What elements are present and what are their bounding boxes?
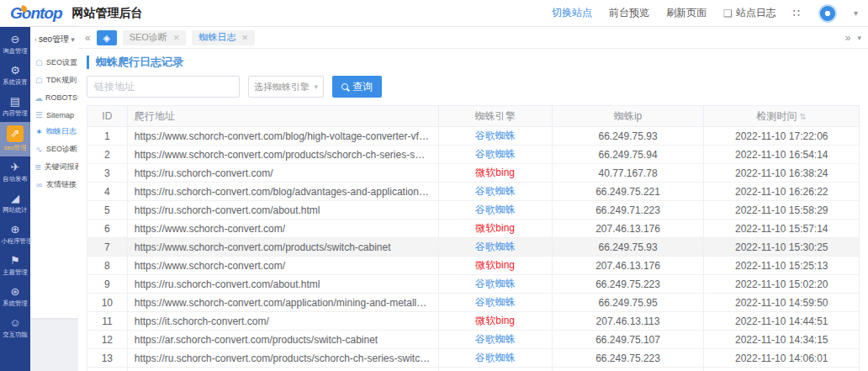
- cell-ip: 66.249.75.223: [552, 349, 704, 368]
- spider-engine-select-value: 选择蜘蛛引擎: [254, 81, 310, 93]
- cell-url: https://www.schorch-convert.com/: [127, 220, 438, 238]
- table-row: 6https://www.schorch-convert.com/微软bing2…: [87, 220, 860, 238]
- cell-time: 2022-11-10 15:02:20: [704, 275, 860, 294]
- cell-url: https://www.schorch-convert.com/products…: [127, 146, 438, 164]
- cell-id: 10: [87, 294, 128, 312]
- submenu-header[interactable]: ‹ seo管理 ▾: [34, 34, 78, 45]
- tabs-scroll-right-icon[interactable]: »: [845, 32, 851, 44]
- table-row: 9https://ru.schorch-convert.com/about.ht…: [87, 275, 860, 294]
- cell-ip: 66.249.75.223: [552, 275, 704, 294]
- sidebar-item-自动发布[interactable]: ✈自动发布: [0, 156, 30, 188]
- submenu-item-友情链接[interactable]: ∞友情链接: [34, 176, 78, 193]
- home-tab[interactable]: ◈: [97, 30, 117, 45]
- cell-url: https://ru.schorch-convert.com/products/…: [127, 349, 438, 368]
- spider-log-page: 蜘蛛爬行日志记录 选择蜘蛛引擎 ▾ 查询: [78, 49, 868, 371]
- sidebar-item-seo管理[interactable]: ⇗seo管理: [0, 122, 30, 156]
- robots-icon: ☁: [34, 93, 43, 103]
- submenu-items: ☖SEO设置☖TDK规则☁ROBOTS设置☰Sitemap✶蜘蛛日志∿SEO诊断…: [34, 54, 78, 193]
- link-icon: ∞: [34, 180, 44, 189]
- submenu-item-SEO诊断[interactable]: ∿SEO诊断: [34, 140, 78, 158]
- content-doc-icon: ▤: [0, 94, 30, 109]
- table-row: 13https://ru.schorch-convert.com/product…: [87, 349, 860, 368]
- front-preview-label: 前台预览: [609, 6, 649, 20]
- cell-time: 2022-11-10 16:26:22: [704, 183, 860, 201]
- table-row: 8https://www.schorch-convert.com/微软bing2…: [87, 257, 860, 275]
- close-icon[interactable]: ✕: [241, 34, 248, 42]
- column-header-url: 爬行地址: [127, 106, 438, 127]
- spider-log-table: ID爬行地址蜘蛛引擎蜘蛛ip检测时间⇅ 1https://www.schorch…: [87, 105, 860, 371]
- front-preview-button[interactable]: 前台预览: [609, 6, 649, 20]
- url-search-input[interactable]: [87, 76, 240, 98]
- collapse-chevron-icon[interactable]: ‹: [34, 35, 37, 44]
- sidebar-item-label: seo管理: [1, 143, 29, 151]
- user-menu-caret-icon[interactable]: ▾: [854, 8, 858, 18]
- spider-engine-select[interactable]: 选择蜘蛛引擎 ▾: [248, 76, 324, 98]
- refresh-page-button[interactable]: 刷新页面: [666, 6, 707, 20]
- cell-url: https://ru.schorch-convert.com/: [127, 164, 438, 183]
- cell-url: https://www.schorch-convert.com/products…: [127, 238, 438, 257]
- spider-icon: ✶: [34, 127, 44, 136]
- tabs-scroll-left-icon[interactable]: «: [85, 32, 91, 44]
- sidebar-item-label: 自动发布: [1, 174, 29, 183]
- avatar[interactable]: [818, 4, 837, 23]
- column-header-label: 蜘蛛ip: [614, 110, 642, 122]
- cell-url: https://www.schorch-convert.com/applicat…: [127, 294, 438, 312]
- topbar-actions: 切换站点前台预览刷新页面❏站点日志∷▾: [552, 4, 858, 23]
- submenu-item-ROBOTS设置[interactable]: ☁ROBOTS设置: [34, 89, 78, 107]
- diagnosis-icon: ∿: [34, 145, 44, 154]
- cell-url: https://www.schorch-convert.com/blog/hig…: [127, 127, 438, 146]
- document-icon: ❏: [723, 8, 733, 19]
- search-button-label: 查询: [352, 80, 373, 94]
- tab-蜘蛛日志[interactable]: 蜘蛛日志✕: [192, 30, 255, 45]
- cell-url: https://ar.schorch-convert.com/products/…: [127, 331, 438, 349]
- sidebar-item-label: 交互功能: [1, 330, 29, 338]
- sidebar-item-系统管理[interactable]: ⊛系统管理: [0, 281, 30, 312]
- page-title: 蜘蛛爬行日志记录: [87, 56, 860, 69]
- site-log-button[interactable]: ❏站点日志: [723, 6, 776, 20]
- fullscreen-icon[interactable]: ∷: [793, 7, 802, 19]
- gontop-logo: Gontop: [10, 4, 66, 23]
- column-header-time[interactable]: 检测时间⇅: [704, 106, 860, 127]
- sidebar-item-网站统计[interactable]: ◢网站统计: [0, 188, 30, 219]
- cell-time: 2022-11-10 14:06:01: [704, 349, 860, 368]
- submenu-item-TDK规则[interactable]: ☖TDK规则: [34, 72, 78, 89]
- switch-site-button[interactable]: 切换站点: [552, 6, 592, 20]
- cell-ip: 66.249.75.93: [552, 238, 704, 257]
- cell-id: 4: [87, 183, 128, 201]
- cell-engine: 微软bing: [438, 312, 552, 331]
- submenu-item-SEO设置[interactable]: ☖SEO设置: [34, 54, 78, 72]
- tab-SEO诊断[interactable]: SEO诊断✕: [123, 30, 187, 45]
- submenu-item-Sitemap[interactable]: ☰Sitemap: [34, 107, 78, 123]
- cell-url: https://www.schorch-convert.com/: [127, 257, 438, 275]
- submenu-item-label: Sitemap: [46, 111, 74, 119]
- tab-label: 蜘蛛日志: [198, 31, 236, 44]
- column-header-label: 蜘蛛引擎: [475, 110, 516, 122]
- sidebar-item-询盘管理[interactable]: ⊖询盘管理: [0, 29, 30, 60]
- content-panel: « ◈ SEO诊断✕蜘蛛日志✕ » ▾ 蜘蛛爬行日志记录 选择蜘蛛引擎 ▾: [78, 27, 868, 371]
- cell-engine: 谷歌蜘蛛: [438, 368, 552, 371]
- sidebar-item-内容管理[interactable]: ▤内容管理: [0, 91, 30, 122]
- cell-engine: 谷歌蜘蛛: [438, 238, 552, 257]
- cell-ip: 66.249.75.221: [552, 183, 704, 201]
- cell-time: 2022-11-10 15:58:29: [704, 201, 860, 220]
- submenu-item-蜘蛛日志[interactable]: ✶蜘蛛日志: [34, 123, 78, 140]
- sidebar-item-小程序管理[interactable]: ⊕小程序管理: [0, 219, 30, 250]
- cell-id: 2: [87, 146, 128, 164]
- column-header-label: ID: [102, 110, 112, 122]
- sidebar-item-主题管理[interactable]: ⚑主题管理: [0, 250, 30, 281]
- sort-icon[interactable]: ⇅: [800, 112, 807, 121]
- cell-ip: 66.249.75.221: [552, 368, 704, 371]
- search-button[interactable]: 查询: [332, 76, 382, 98]
- cell-url: https://ru.schorch-convert.com/tag-9.htm…: [127, 368, 438, 371]
- home-diamond-icon: ◈: [103, 33, 109, 43]
- submenu-item-label: 蜘蛛日志: [46, 126, 77, 137]
- close-icon[interactable]: ✕: [173, 34, 180, 42]
- tabs-menu-caret-icon[interactable]: ▾: [857, 34, 861, 42]
- submenu-item-label: TDK规则: [46, 75, 77, 86]
- table-row: 3https://ru.schorch-convert.com/微软bing40…: [87, 164, 860, 183]
- sidebar-item-交互功能[interactable]: ☺交互功能: [0, 312, 30, 343]
- cell-engine: 谷歌蜘蛛: [438, 331, 552, 349]
- cell-ip: 207.46.13.176: [552, 220, 704, 238]
- submenu-item-关键词报表[interactable]: ≣关键词报表: [34, 158, 78, 176]
- sidebar-item-系统设置[interactable]: ⚙系统设置: [0, 60, 30, 91]
